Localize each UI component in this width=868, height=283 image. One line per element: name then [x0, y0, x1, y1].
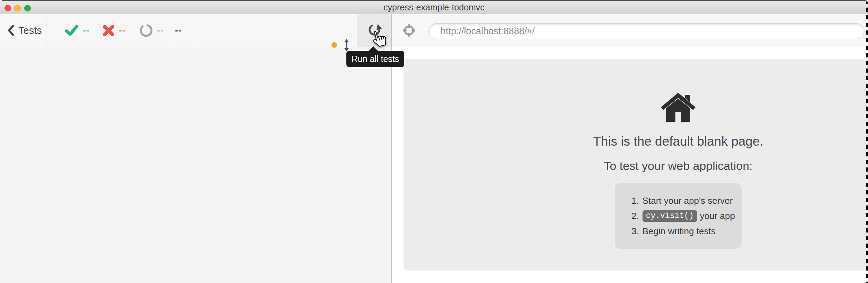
step-number: 2. — [631, 211, 639, 221]
auto-scroll-icon[interactable] — [342, 39, 351, 51]
toolbar-divider — [170, 14, 170, 47]
stat-pending: -- — [140, 14, 164, 47]
step-text: Begin writing tests — [643, 226, 716, 237]
x-icon — [103, 25, 114, 36]
toolbar-divider — [193, 14, 193, 47]
step-number: 1. — [631, 195, 639, 206]
stat-failed: -- — [103, 14, 126, 47]
step-number: 3. — [631, 226, 639, 237]
stat-passed: -- — [65, 14, 90, 47]
instruction-step: 1. Start your app's server — [631, 195, 735, 206]
code-chip: cy.visit() — [643, 210, 697, 222]
spec-list-pane — [0, 47, 391, 283]
crosshair-icon — [401, 23, 417, 38]
failed-count: -- — [119, 25, 126, 36]
step-text: Start your app's server — [643, 195, 733, 206]
default-blank-page: This is the default blank page. To test … — [404, 59, 868, 271]
step-text: your app — [700, 211, 735, 221]
check-icon — [65, 24, 78, 37]
address-bar — [428, 23, 865, 39]
url-input[interactable] — [429, 24, 864, 39]
instructions-box: 1. Start your app's server 2. cy.visit()… — [615, 183, 742, 249]
pending-count: -- — [157, 25, 164, 36]
pending-ring-icon — [140, 24, 152, 37]
back-to-tests-label: Tests — [18, 25, 42, 36]
toolbar-divider — [46, 14, 46, 47]
window-title: cypress-example-todomvc — [0, 1, 868, 14]
instruction-step: 3. Begin writing tests — [631, 226, 735, 237]
blank-page-heading: This is the default blank page. — [593, 134, 763, 149]
blank-page-subheading: To test your web application: — [604, 159, 752, 173]
hand-cursor-icon — [368, 30, 386, 48]
duration-value: -- — [175, 14, 182, 47]
passed-count: -- — [83, 25, 90, 36]
back-to-tests-button[interactable]: Tests — [7, 14, 42, 47]
capture-crop-edge — [866, 0, 868, 283]
selector-playground-button[interactable] — [401, 23, 417, 38]
status-dot — [331, 42, 337, 48]
titlebar: cypress-example-todomvc — [0, 0, 868, 14]
home-icon — [660, 92, 696, 122]
instruction-step: 2. cy.visit() your app — [631, 210, 735, 222]
runner-toolbar: Tests -- -- -- -- — [0, 14, 868, 47]
chevron-left-icon — [7, 25, 15, 36]
cypress-runner-window: cypress-example-todomvc Tests -- -- — [0, 0, 868, 283]
run-all-tests-tooltip: Run all tests — [346, 51, 404, 67]
